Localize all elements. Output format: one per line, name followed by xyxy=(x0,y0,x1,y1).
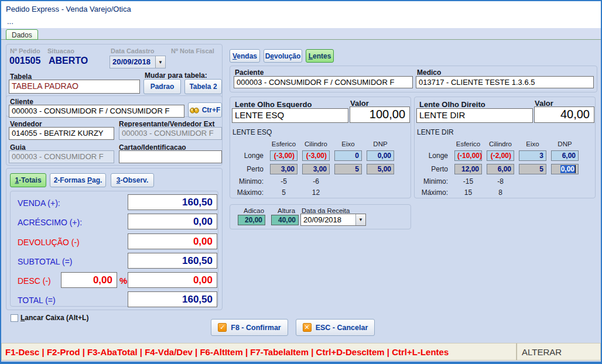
cancelar-button[interactable]: ✕ ESC - Cancelar xyxy=(296,319,375,336)
nota-fiscal-label: Nº Nota Fiscal xyxy=(171,47,214,54)
confirmar-button[interactable]: ✓ F8 - Confirmar xyxy=(211,319,288,336)
lente-esq-descricao: LENTE ESQ xyxy=(232,128,272,136)
data-cadastro-label: Data Cadastro xyxy=(111,47,155,54)
col-eixo: Eixo xyxy=(334,140,362,147)
tab-strip: Dados xyxy=(1,28,601,40)
lente-direito-group: Lente Olho Direito Valor LENTE DIR 40,00… xyxy=(414,97,596,198)
totais-inner-box: VENDA (+): 160,50 ACRÉSCIMO (+): 0,00 DE… xyxy=(10,191,218,307)
dir-perto-dnp-focused[interactable]: 0,00 xyxy=(551,164,579,174)
esq-perto-esferico[interactable]: 3,00 xyxy=(270,164,297,174)
data-receita-value: 20/09/2018 xyxy=(301,214,355,225)
tab-formas-pag[interactable]: 2-Formas Pag. xyxy=(50,173,106,187)
dir-minimo-esferico: -15 xyxy=(454,177,482,186)
lente-esq-title: Lente Olho Esquerdo xyxy=(235,100,312,109)
devolucao-field[interactable]: 0,00 xyxy=(128,233,217,249)
esq-longe-dnp[interactable]: 0,00 xyxy=(367,150,394,161)
guia-field[interactable]: 000003 - CONSUMIDOR F xyxy=(9,150,114,163)
esq-longe-esferico[interactable]: (-3,00) xyxy=(270,150,297,161)
cancelar-label: ESC - Cancelar xyxy=(316,324,368,332)
representante-field[interactable]: 000003 - CONSUMIDOR F xyxy=(119,127,222,140)
buscar-cliente-label: Ctr+F xyxy=(202,106,221,114)
altura-field[interactable]: 40,00 xyxy=(271,215,299,225)
desc-field[interactable]: 0,00 xyxy=(128,272,217,288)
col-dnp: DNP xyxy=(551,140,579,147)
devolucao-label: DEVOLUÇÃO (-) xyxy=(18,238,80,247)
dir-longe-eixo[interactable]: 3 xyxy=(519,150,546,161)
desc-pct-field[interactable]: 0,00 xyxy=(61,272,117,288)
subtotal-label: SUBTOTAL (=) xyxy=(18,257,72,266)
tab-observ[interactable]: 3-Observ. xyxy=(111,173,154,187)
desc-label: DESC (-) xyxy=(18,276,51,286)
row-minimo-label: Minimo: xyxy=(417,177,450,186)
row-maximo-label: Máximo: xyxy=(232,188,265,197)
esq-longe-cilindro[interactable]: (-3,00) xyxy=(302,150,330,161)
mode-indicator: ALTERAR xyxy=(517,343,601,360)
binoculars-icon xyxy=(190,107,199,114)
padrao-button[interactable]: Padrao xyxy=(143,79,181,94)
lancar-caixa-checkbox[interactable] xyxy=(11,314,18,322)
medico-label: Medico xyxy=(417,68,441,77)
tab-lentes[interactable]: Lentes xyxy=(306,49,334,63)
esq-perto-cilindro[interactable]: 3,00 xyxy=(302,164,330,174)
esq-perto-eixo[interactable]: 5 xyxy=(334,164,362,174)
tab-vendas-label: Vendas xyxy=(232,52,257,60)
dir-perto-eixo[interactable]: 5 xyxy=(519,164,546,174)
col-esferico: Esferico xyxy=(454,140,482,147)
dir-longe-cilindro[interactable]: (-2,00) xyxy=(487,150,514,161)
hotkeys-text: F1-Desc | F2-Prod | F3-AbaTotal | F4-Vda… xyxy=(1,343,517,360)
acrescimo-label: ACRÉSCIMO (+): xyxy=(18,218,82,227)
total-field[interactable]: 160,50 xyxy=(128,291,217,307)
vendedor-field[interactable]: 014055 - BEATRIZ KURZY xyxy=(9,127,114,140)
tab-vendas[interactable]: Vendas xyxy=(230,49,260,63)
cliente-group: Cliente 000003 - CONSUMIDOR F / CONSUMID… xyxy=(6,95,223,166)
acrescimo-field[interactable]: 0,00 xyxy=(128,214,217,229)
esq-minimo-cilindro: -6 xyxy=(302,177,330,186)
lente-esq-field[interactable]: LENTE ESQ xyxy=(232,108,348,123)
tab-totais[interactable]: 1-Totais xyxy=(10,173,46,187)
title-bar: Pedido Express - Venda Varejo/Otica ... xyxy=(1,1,601,28)
lente-dir-descricao: LENTE DIR xyxy=(417,128,454,136)
chevron-down-icon[interactable]: ▼ xyxy=(355,214,365,225)
tab-devolucao[interactable]: Devolução xyxy=(264,49,302,63)
chevron-down-icon[interactable]: ▼ xyxy=(155,56,165,68)
data-cadastro-combobox[interactable]: 20/09/2018 ▼ xyxy=(110,56,166,68)
lente-esquerdo-group: Lente Olho Esquerdo Valor LENTE ESQ 100,… xyxy=(230,97,411,198)
adicao-label: Adicao xyxy=(244,207,264,214)
col-cilindro: Cilindro xyxy=(302,140,330,147)
esq-longe-eixo[interactable]: 0 xyxy=(334,150,362,161)
dir-perto-cilindro[interactable]: 6,00 xyxy=(487,164,514,174)
tab-formas-pag-label: 2-Formas Pag. xyxy=(54,176,102,184)
dir-maximo-cilindro: 8 xyxy=(487,188,514,197)
esq-perto-dnp[interactable]: 5,00 xyxy=(367,164,394,174)
tabela2-button[interactable]: Tabela 2 xyxy=(184,79,222,94)
esq-maximo-cilindro: 12 xyxy=(302,188,330,197)
lente-dir-valor-field[interactable]: 40,00 xyxy=(534,107,594,123)
adicao-field[interactable]: 20,00 xyxy=(238,215,265,225)
confirmar-label: F8 - Confirmar xyxy=(231,324,281,332)
col-cilindro: Cilindro xyxy=(487,140,514,147)
situacao-label: Situacao xyxy=(47,47,74,54)
dir-longe-esferico[interactable]: (-10,00) xyxy=(454,150,482,161)
cliente-field[interactable]: 000003 - CONSUMIDOR F / CONSUMIDOR F xyxy=(9,105,184,118)
row-perto-label: Perto xyxy=(232,165,265,173)
data-receita-combobox[interactable]: 20/09/2018 ▼ xyxy=(300,214,366,226)
venda-field[interactable]: 160,50 xyxy=(128,194,217,210)
subtotal-field[interactable]: 160,50 xyxy=(128,253,217,269)
lente-esq-valor-field[interactable]: 100,00 xyxy=(350,107,410,123)
row-minimo-label: Minimo: xyxy=(232,177,265,186)
tabela-field[interactable]: TABELA PADRAO xyxy=(9,80,140,94)
dir-perto-esferico[interactable]: 12,00 xyxy=(454,164,482,174)
app-window: Pedido Express - Venda Varejo/Otica ... … xyxy=(0,0,602,364)
medico-field[interactable]: 013717 - CLIENTE TESTE 1.3.6.5 xyxy=(416,76,594,88)
row-maximo-label: Máximo: xyxy=(417,188,450,197)
row-perto-label: Perto xyxy=(417,165,450,173)
paciente-field[interactable]: 000003 - CONSUMIDOR F / CONSUMIDOR F xyxy=(234,76,413,88)
tab-dados[interactable]: Dados xyxy=(6,29,38,40)
lente-dir-field[interactable]: LENTE DIR xyxy=(416,108,533,123)
percent-sign: % xyxy=(119,276,127,286)
main-content: Nº Pedido Situacao Data Cadastro Nº Nota… xyxy=(1,40,601,343)
buscar-cliente-button[interactable]: Ctr+F xyxy=(188,102,222,118)
status-bar: F1-Desc | F2-Prod | F3-AbaTotal | F4-Vda… xyxy=(1,343,601,360)
cartao-field[interactable] xyxy=(119,150,222,163)
dir-longe-dnp[interactable]: 6,00 xyxy=(551,150,579,161)
